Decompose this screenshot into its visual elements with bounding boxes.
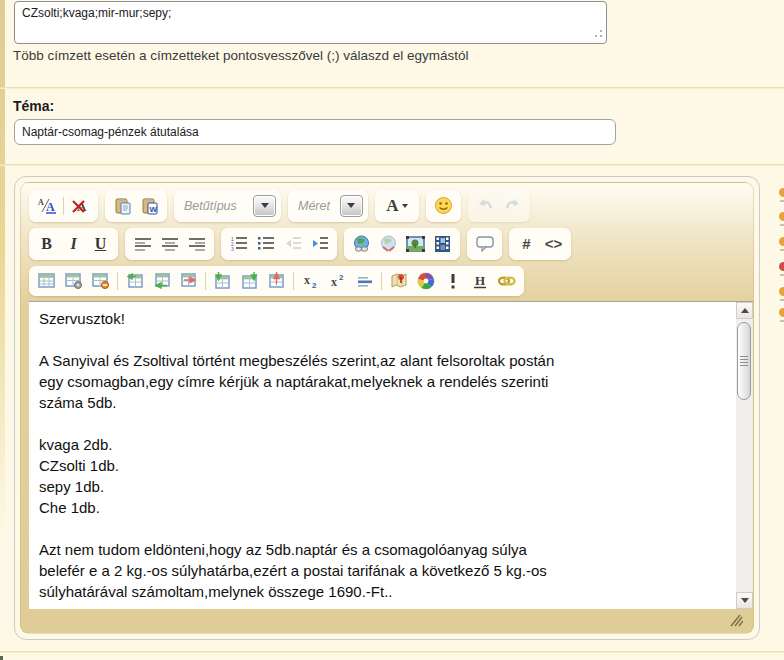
hash-button[interactable]: # [514, 232, 539, 256]
code-button[interactable]: <> [541, 232, 566, 256]
font-size-value: Méret [293, 199, 338, 213]
editor-scrollbar[interactable] [736, 302, 753, 609]
edge-emoticon-icon[interactable] [779, 212, 784, 221]
svg-text:2: 2 [339, 273, 344, 282]
editor-resize-handle-icon[interactable] [728, 613, 743, 631]
edge-emoticon-icon[interactable] [779, 287, 784, 296]
font-size-dropdown-button[interactable] [340, 195, 363, 217]
undo-icon [476, 197, 495, 214]
insert-image-button[interactable] [403, 232, 428, 256]
editor-body-text[interactable]: Szervusztok! A Sanyival és Zsoltival tör… [29, 302, 736, 609]
unordered-list-button[interactable] [253, 232, 278, 256]
exclamation-icon [449, 273, 457, 289]
align-right-button[interactable] [184, 232, 209, 256]
redo-icon [503, 197, 522, 214]
edge-emoticon-icon[interactable] [779, 188, 784, 197]
delete-row-button[interactable] [176, 269, 201, 293]
editor-panel-inner: A A A [20, 182, 754, 634]
insert-column-after-button[interactable] [237, 269, 262, 293]
recipients-help-text: Több címzett esetén a címzetteket pontos… [13, 48, 468, 63]
recipients-textarea[interactable]: CZsolti;kvaga;mir-mur;sepy; [14, 1, 607, 44]
insert-link-icon [352, 235, 371, 253]
table-properties-icon [65, 273, 83, 289]
remove-link-button[interactable] [376, 232, 401, 256]
editor-panel: A A A [14, 176, 760, 640]
scroll-down-button[interactable] [736, 592, 753, 609]
remove-format-button[interactable]: A [68, 194, 93, 218]
font-size-select[interactable]: Méret [288, 190, 368, 222]
emoticons-button[interactable] [431, 194, 456, 218]
font-family-select[interactable]: Betűtípus [174, 190, 281, 222]
edge-emoticon-icon[interactable] [779, 308, 784, 317]
ordered-list-button[interactable]: 123 [226, 232, 251, 256]
insert-column-after-icon [242, 272, 258, 290]
editor-status-bar [29, 609, 753, 634]
insert-table-button[interactable] [34, 269, 59, 293]
paste-word-icon: W [141, 197, 159, 215]
chain-link-button[interactable] [494, 269, 519, 293]
indent-button[interactable] [307, 232, 332, 256]
outdent-button[interactable] [280, 232, 305, 256]
svg-text:A: A [38, 198, 44, 207]
italic-button[interactable]: I [61, 232, 86, 256]
insert-row-before-button[interactable] [122, 269, 147, 293]
scroll-up-button[interactable] [736, 302, 753, 319]
scrollbar-thumb[interactable] [737, 322, 751, 400]
triangle-up-icon [741, 308, 749, 313]
edge-emoticon-icon[interactable] [779, 262, 784, 271]
unordered-list-icon [258, 236, 274, 251]
header-button[interactable]: H [467, 269, 492, 293]
toolbar-row-1: A A A [29, 189, 753, 222]
emoticon-smiley-icon [434, 196, 453, 215]
toolbar-row-3: x 2 x 2 [29, 265, 753, 296]
picasa-button[interactable] [413, 269, 438, 293]
toolbar-row-2: B I U 123 [29, 227, 753, 260]
subject-input[interactable]: Naptár-csomag-pénzek átutalása [14, 119, 616, 145]
insert-media-button[interactable] [430, 232, 455, 256]
align-center-icon [162, 237, 178, 251]
editor-content-area[interactable]: Szervusztok! A Sanyival és Zsoltival tör… [29, 301, 753, 609]
insert-link-button[interactable] [349, 232, 374, 256]
textarea-resize-grip-icon[interactable] [594, 27, 603, 41]
font-family-dropdown-button[interactable] [253, 195, 276, 217]
font-color-button[interactable]: A [380, 194, 414, 218]
left-edge-gradient [0, 0, 5, 560]
paste-word-button[interactable]: W [137, 194, 162, 218]
edge-emoticon-icon[interactable] [779, 237, 784, 246]
delete-column-button[interactable] [264, 269, 289, 293]
horizontal-rule-icon [357, 274, 373, 288]
map-icon [390, 272, 408, 289]
insert-column-before-button[interactable] [210, 269, 235, 293]
subscript-icon: x 2 [303, 273, 319, 289]
map-button[interactable] [386, 269, 411, 293]
align-left-button[interactable] [130, 232, 155, 256]
delete-table-button[interactable] [88, 269, 113, 293]
svg-text:x: x [331, 275, 337, 289]
subscript-button[interactable]: x 2 [298, 269, 323, 293]
insert-row-after-button[interactable] [149, 269, 174, 293]
quote-button[interactable] [472, 232, 497, 256]
case-toggle-button[interactable]: A A [34, 194, 59, 218]
case-toggle-icon: A A [38, 197, 56, 214]
align-left-icon [135, 237, 151, 251]
undo-button[interactable] [473, 194, 498, 218]
chevron-down-icon [261, 203, 269, 208]
indent-icon [312, 236, 328, 251]
exclamation-button[interactable] [440, 269, 465, 293]
horizontal-rule-button[interactable] [352, 269, 377, 293]
header-icon: H [472, 273, 488, 289]
redo-button[interactable] [500, 194, 525, 218]
insert-media-icon [433, 235, 452, 253]
divider [0, 87, 784, 89]
bold-button[interactable]: B [34, 232, 59, 256]
insert-table-icon [38, 273, 56, 289]
align-center-button[interactable] [157, 232, 182, 256]
font-color-label: A [386, 196, 398, 216]
superscript-button[interactable]: x 2 [325, 269, 350, 293]
superscript-icon: x 2 [330, 273, 346, 289]
underline-button[interactable]: U [88, 232, 113, 256]
table-properties-button[interactable] [61, 269, 86, 293]
svg-text:H: H [475, 273, 485, 288]
remove-format-icon: A [72, 197, 90, 214]
paste-plain-button[interactable] [110, 194, 135, 218]
